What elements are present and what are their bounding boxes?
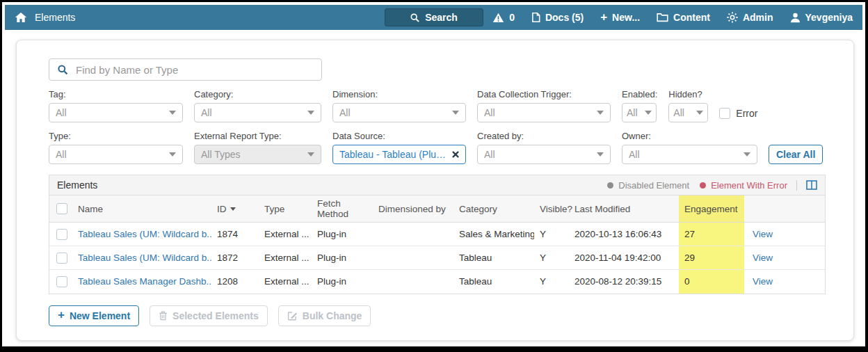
find-box xyxy=(49,58,322,81)
filter-tag: Tag: All xyxy=(49,89,183,122)
search-button-label: Search xyxy=(425,12,458,23)
nav-new[interactable]: + New... xyxy=(600,12,640,24)
enabled-label: Enabled: xyxy=(622,89,657,99)
clear-all-button[interactable]: Clear All xyxy=(769,145,823,164)
user-name: Yevgeniya xyxy=(805,12,853,23)
category-select[interactable]: All xyxy=(194,103,321,122)
nav-admin[interactable]: Admin xyxy=(727,12,773,23)
element-type: External ... xyxy=(259,223,312,246)
category-label: Category: xyxy=(194,89,321,99)
element-dimensioned-by xyxy=(373,223,453,246)
table-legend: Disabled Element Element With Error xyxy=(607,180,817,191)
col-header-dimensioned-by[interactable]: Dimensioned by xyxy=(373,195,453,223)
new-element-button[interactable]: + New Element xyxy=(49,305,139,326)
selected-elements-button: Selected Elements xyxy=(150,305,268,326)
legend-divider xyxy=(796,180,797,191)
legend-error-label: Element With Error xyxy=(711,180,787,191)
plus-icon: + xyxy=(58,309,65,321)
created-by-select[interactable]: All xyxy=(477,145,611,164)
element-dimensioned-by xyxy=(373,270,453,294)
dct-select[interactable]: All xyxy=(477,103,611,122)
error-checkbox[interactable] xyxy=(719,108,730,119)
clear-x-icon[interactable] xyxy=(452,151,459,158)
view-link[interactable]: View xyxy=(753,253,773,263)
table-row: Tableau Sales (UM: Wildcard b... 1872 Ex… xyxy=(49,246,825,270)
data-source-select[interactable]: Tableau - Tableau (Plug-i... xyxy=(332,145,466,164)
error-filter: Error xyxy=(719,108,757,119)
legend-disabled-label: Disabled Element xyxy=(618,180,689,191)
owner-select[interactable]: All xyxy=(622,145,757,164)
view-link[interactable]: View xyxy=(753,229,773,239)
element-category: Tableau xyxy=(453,246,534,270)
filter-enabled: Enabled: All xyxy=(622,89,657,122)
col-header-category[interactable]: Category xyxy=(453,195,534,223)
element-name-link[interactable]: Tableau Sales (UM: Wildcard b... xyxy=(78,253,211,263)
user-icon xyxy=(790,13,801,23)
col-header-id[interactable]: ID xyxy=(211,195,259,223)
element-name-link[interactable]: Tableau Sales (UM: Wildcard b... xyxy=(78,229,211,239)
new-label: New... xyxy=(612,12,640,23)
search-icon xyxy=(410,13,420,23)
chevron-down-icon xyxy=(169,111,176,115)
panel-title: Elements xyxy=(57,179,97,191)
warning-icon xyxy=(492,13,504,23)
trash-icon xyxy=(159,310,168,321)
nav-content[interactable]: Content xyxy=(657,12,710,23)
elements-table-panel: Elements Disabled Element Element With E… xyxy=(49,175,826,294)
element-type: External ... xyxy=(259,270,312,294)
dimension-select[interactable]: All xyxy=(332,103,466,122)
tag-select[interactable]: All xyxy=(49,103,183,122)
filter-owner: Owner: All xyxy=(622,131,757,164)
hidden-select[interactable]: All xyxy=(668,103,708,122)
chevron-down-icon xyxy=(452,111,459,115)
nav-docs[interactable]: Docs (5) xyxy=(531,12,584,23)
row-checkbox[interactable] xyxy=(56,229,67,240)
col-header-visible[interactable]: Visible? xyxy=(534,195,569,223)
error-dot-icon xyxy=(700,182,706,189)
filter-data-collection-trigger: Data Collection Trigger: All xyxy=(477,89,611,122)
view-link[interactable]: View xyxy=(753,276,773,287)
dimension-label: Dimension: xyxy=(332,89,466,99)
element-name-link[interactable]: Tableau Sales Manager Dashb... xyxy=(78,276,211,287)
type-select[interactable]: All xyxy=(49,145,183,164)
find-input[interactable] xyxy=(74,63,314,77)
chevron-down-icon xyxy=(307,152,314,157)
table-row: Tableau Sales (UM: Wildcard b... 1874 Ex… xyxy=(49,223,825,246)
selected-elements-label: Selected Elements xyxy=(172,310,259,321)
filter-external-report-type: External Report Type: All Types xyxy=(194,131,321,164)
element-last-modified: 2020-11-04 19:42:00 xyxy=(569,246,679,270)
chevron-down-icon xyxy=(744,152,750,157)
disabled-dot-icon xyxy=(607,182,613,189)
row-checkbox[interactable] xyxy=(56,276,67,287)
element-category: Tableau xyxy=(453,270,534,294)
footer-actions: + New Element Selected Elements xyxy=(49,305,826,326)
element-visible: Y xyxy=(534,270,569,294)
col-header-last-modified[interactable]: Last Modified xyxy=(569,195,679,223)
bulk-change-label: Bulk Change xyxy=(303,310,362,321)
bulk-change-button: Bulk Change xyxy=(278,305,371,326)
nav-alerts[interactable]: 0 xyxy=(492,12,515,23)
element-engagement: 27 xyxy=(679,223,744,246)
chevron-down-icon xyxy=(307,111,314,115)
filter-dimension: Dimension: All xyxy=(332,89,466,122)
ert-select: All Types xyxy=(194,145,321,164)
element-visible: Y xyxy=(534,223,569,246)
col-header-engagement[interactable]: Engagement xyxy=(679,195,744,223)
col-header-actions xyxy=(744,195,825,223)
column-settings-icon[interactable] xyxy=(806,180,817,190)
docs-icon xyxy=(531,12,540,23)
sort-desc-icon xyxy=(230,207,236,211)
element-id: 1872 xyxy=(211,246,259,270)
home-icon[interactable] xyxy=(15,12,27,23)
element-category: Sales & Marketing xyxy=(453,223,534,246)
nav-user[interactable]: Yevgeniya xyxy=(790,12,853,23)
global-search-button[interactable]: Search xyxy=(385,8,483,26)
row-checkbox[interactable] xyxy=(56,253,67,264)
col-header-name[interactable]: Name xyxy=(72,195,211,223)
col-header-fetch-method[interactable]: Fetch Method xyxy=(312,195,373,223)
col-header-type[interactable]: Type xyxy=(259,195,312,223)
top-nav-bar: Elements Search 0 Docs (5) + xyxy=(5,5,862,30)
enabled-select[interactable]: All xyxy=(622,103,657,122)
select-all-checkbox[interactable] xyxy=(56,203,67,214)
filter-data-source: Data Source: Tableau - Tableau (Plug-i..… xyxy=(332,131,466,164)
